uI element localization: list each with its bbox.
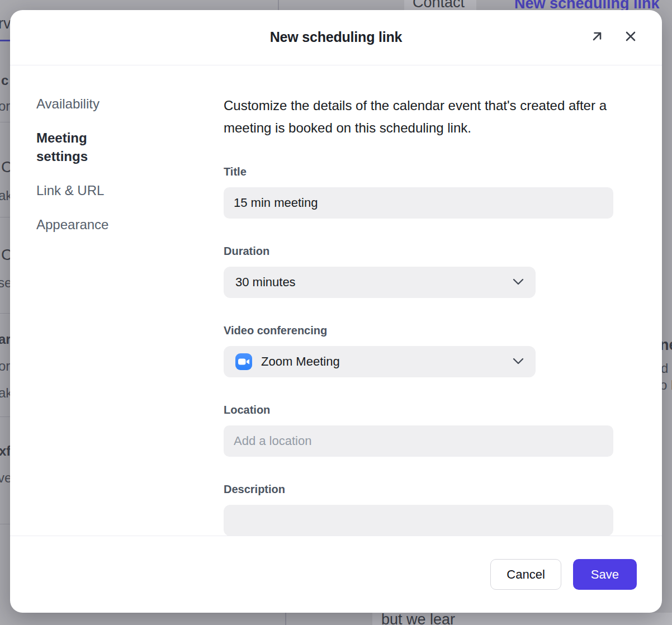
video-conferencing-select[interactable]: Zoom Meeting	[224, 346, 536, 377]
backdrop-bottom-text: but we lear	[381, 613, 455, 625]
backdrop-divider	[0, 416, 10, 417]
dialog-sidebar: Availability Meeting settings Link & URL…	[10, 65, 224, 536]
arrow-up-right-icon	[589, 29, 605, 46]
cancel-button[interactable]: Cancel	[490, 559, 561, 590]
duration-select[interactable]: 30 minutes	[224, 267, 536, 298]
backdrop-divider	[278, 0, 279, 10]
expand-button[interactable]	[588, 28, 606, 46]
backdrop-divider	[0, 217, 10, 217]
backdrop-divider	[285, 613, 286, 625]
meeting-settings-form: Customize the details of the calendar ev…	[224, 65, 613, 536]
sidebar-item-appearance[interactable]: Appearance	[36, 215, 120, 234]
title-input[interactable]	[224, 187, 613, 219]
backdrop-fragment: c	[1, 73, 8, 88]
description-label: Description	[224, 481, 613, 497]
chevron-down-icon	[513, 357, 524, 367]
title-label: Title	[224, 164, 613, 179]
backdrop-bottom-strip: but we lear	[0, 613, 672, 625]
save-button[interactable]: Save	[573, 559, 637, 590]
video-conferencing-value: Zoom Meeting	[261, 354, 340, 369]
backdrop-fragment: ar	[0, 332, 11, 347]
dialog-header: New scheduling link	[10, 10, 662, 65]
backdrop-accent-line	[0, 40, 10, 41]
new-scheduling-link-dialog: New scheduling link Availability	[10, 10, 662, 613]
close-icon	[623, 29, 638, 46]
backdrop-fragment: xf	[0, 443, 11, 459]
backdrop-divider	[0, 122, 10, 122]
backdrop-top-strip: Contact New scheduling link	[0, 0, 672, 10]
dialog-title: New scheduling link	[10, 29, 662, 45]
sidebar-item-availability[interactable]: Availability	[36, 94, 120, 113]
zoom-icon	[235, 353, 252, 370]
backdrop-fragment: or	[0, 358, 10, 374]
chevron-down-icon	[513, 277, 524, 287]
sidebar-item-meeting-settings[interactable]: Meeting settings	[36, 129, 120, 165]
location-input[interactable]	[224, 425, 613, 457]
location-label: Location	[224, 402, 613, 418]
backdrop-fragment: or	[0, 98, 10, 114]
form-intro-text: Customize the details of the calendar ev…	[224, 94, 613, 139]
video-conferencing-label: Video conferencing	[224, 323, 613, 338]
backdrop-divider	[0, 524, 10, 524]
dialog-header-actions	[588, 28, 640, 46]
backdrop-contact-label: Contact	[413, 0, 465, 10]
dialog-footer: Cancel Save	[10, 536, 662, 613]
dialog-body: Availability Meeting settings Link & URL…	[10, 65, 662, 536]
sidebar-item-link-and-url[interactable]: Link & URL	[36, 181, 120, 200]
backdrop-fragment: d r	[661, 361, 672, 376]
backdrop-divider	[0, 313, 10, 314]
backdrop-fragment: rv	[0, 15, 11, 32]
description-input[interactable]	[224, 505, 613, 536]
duration-value: 30 minutes	[235, 275, 296, 290]
close-button[interactable]	[622, 28, 640, 46]
duration-label: Duration	[224, 243, 613, 259]
backdrop-new-link-label: New scheduling link	[514, 0, 660, 10]
